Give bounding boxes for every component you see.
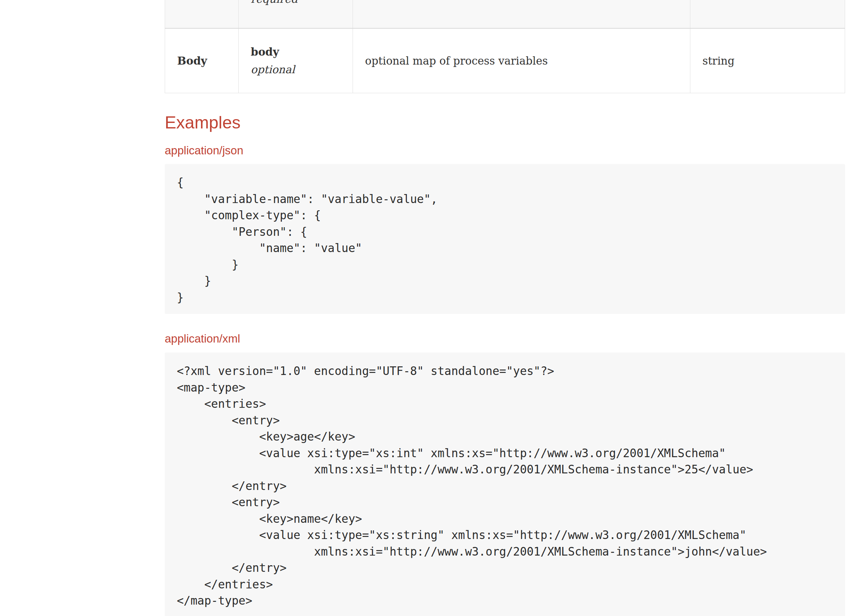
param-name-cell: required	[239, 0, 353, 28]
param-type-cell	[691, 0, 845, 28]
api-doc-page: { "theme": { "accent": "#c04334", "code_…	[0, 0, 862, 616]
param-description: optional map of process variables	[365, 55, 548, 67]
code-block-json: { "variable-name": "variable-value", "co…	[165, 164, 845, 314]
param-location: Body	[177, 55, 207, 67]
xml-code: <?xml version="1.0" encoding="UTF-8" sta…	[177, 364, 767, 607]
content-type-label-json: application/json	[165, 143, 845, 158]
param-attribute: optional	[251, 61, 341, 79]
param-location-cell: Body	[165, 28, 239, 93]
param-name-cell: body optional	[239, 28, 353, 93]
doc-content: required Body body optional optional map…	[165, 0, 845, 616]
parameters-table: required Body body optional optional map…	[165, 0, 845, 93]
param-attribute: required	[251, 0, 341, 5]
table-row-partial: required	[165, 0, 845, 28]
param-description-cell	[353, 0, 691, 28]
code-block-xml: <?xml version="1.0" encoding="UTF-8" sta…	[165, 352, 845, 616]
content-type-label-xml: application/xml	[165, 332, 845, 346]
param-name: body	[251, 43, 341, 61]
examples-heading: Examples	[165, 112, 845, 133]
param-type-cell: string	[691, 28, 845, 93]
table-row-body-param: Body body optional optional map of proce…	[165, 28, 845, 93]
json-code: { "variable-name": "variable-value", "co…	[177, 176, 437, 304]
param-description-cell: optional map of process variables	[353, 28, 691, 93]
clipped-cell-content: required	[251, 0, 341, 28]
param-location-cell	[165, 0, 239, 28]
param-type: string	[702, 55, 735, 67]
